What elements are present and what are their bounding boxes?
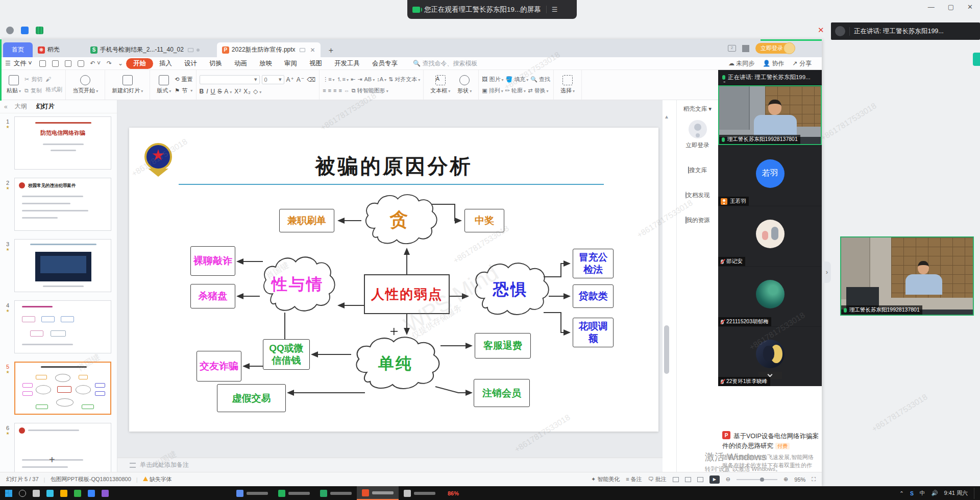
copy-button[interactable]: ⧉ 复制 <box>24 87 42 94</box>
replace-button[interactable]: ⇄ 替换 <box>528 87 548 94</box>
vertical-scrollbar[interactable]: ▲ <box>664 111 670 448</box>
reset-button[interactable]: ⟲ 重置 <box>175 76 192 83</box>
node-refund[interactable]: 客服退费 <box>475 333 531 359</box>
slide-thumbnail-5-current[interactable] <box>14 362 111 415</box>
tab-docer[interactable]: ❋ 稻壳 <box>33 42 65 57</box>
hamburger-icon[interactable]: ☰ <box>5 60 11 67</box>
select-button[interactable]: 选择 <box>557 75 578 94</box>
command-search[interactable]: 🔍 查找命令、搜索模板 <box>413 59 477 68</box>
close-speaking-icon[interactable]: ✕ <box>818 26 824 35</box>
participant-tile[interactable]: 若羽 王若羽 <box>718 146 822 206</box>
outdent-icon[interactable]: ⇤ <box>351 76 355 83</box>
notes-toggle[interactable]: ≡ 备注 <box>626 475 642 483</box>
menu-view[interactable]: 视图 <box>303 59 328 68</box>
menu-design[interactable]: 设计 <box>178 59 203 68</box>
participant-tile-speaker[interactable]: 理工警长苏东阳19928137801 <box>718 85 822 145</box>
normal-view-icon[interactable] <box>673 477 679 482</box>
search-icon[interactable] <box>19 490 26 497</box>
play-from-page-button[interactable]: 当页开始 <box>69 75 102 94</box>
font-size-combo[interactable]: 0▾ <box>262 75 284 84</box>
bullet-list-icon[interactable]: ⋮≡ <box>323 76 334 83</box>
indent-icon[interactable]: ⇥ <box>357 76 362 83</box>
node-huabei[interactable]: 花呗调额 <box>573 318 614 347</box>
docer-library-header[interactable]: 稻壳文库 ▾ <box>677 105 718 113</box>
superscript-button[interactable]: X² <box>234 88 241 95</box>
add-slide-button[interactable]: + <box>49 454 55 466</box>
outline-button[interactable]: ✏ 轮廓 <box>505 87 526 94</box>
node-fake-police[interactable]: 冒充公检法 <box>573 249 614 278</box>
tab-home[interactable]: 首页 <box>3 42 33 57</box>
taskbar-window-meeting[interactable] <box>273 486 315 500</box>
share-button[interactable]: ↗ 分享 <box>793 59 812 68</box>
output-icon[interactable] <box>52 60 59 67</box>
picture-button[interactable]: 🖼 图片 <box>482 76 503 83</box>
reading-view-icon[interactable] <box>697 477 703 482</box>
line-spacing-icon[interactable]: ↕A <box>377 76 386 82</box>
rail-doc-discover[interactable]: 文档发现 <box>677 192 718 199</box>
node-qq-borrow[interactable]: QQ或微信借钱 <box>263 339 310 370</box>
cloud-fear[interactable]: 恐惧 <box>479 276 542 303</box>
tray-expand-icon[interactable]: ⌃ <box>899 490 904 496</box>
node-dating-fraud[interactable]: 交友诈骗 <box>197 351 241 382</box>
close-tab-icon[interactable]: ✕ <box>310 46 315 54</box>
menu-member[interactable]: 会员专享 <box>366 59 404 68</box>
cloud-greed[interactable]: 贪 <box>369 204 430 235</box>
node-loan[interactable]: 贷款类 <box>573 284 614 308</box>
taskbar-window-wps-active[interactable] <box>357 486 399 500</box>
taskbar-window[interactable] <box>315 486 357 500</box>
rail-login-link[interactable]: 立即登录 <box>677 141 718 149</box>
close-button[interactable]: ✕ <box>967 3 973 11</box>
decrease-font-icon[interactable]: A⁻ <box>297 76 305 83</box>
node-fake-trade[interactable]: 虚假交易 <box>217 384 286 412</box>
banner-menu-icon[interactable]: ☰ <box>546 6 558 13</box>
fit-screen-icon[interactable]: ⛶ <box>812 476 816 483</box>
menu-slideshow[interactable]: 放映 <box>253 59 278 68</box>
font-color-button[interactable]: A <box>224 88 232 95</box>
panel-collapse-arrow[interactable]: › <box>823 261 831 283</box>
arrange-button[interactable]: ▣ 排列 <box>482 87 503 94</box>
menu-start[interactable]: 开始 <box>126 58 153 69</box>
tab-slides[interactable]: 幻灯片 <box>36 102 55 111</box>
rail-search-library[interactable]: 搜文库 <box>677 166 718 174</box>
login-button[interactable]: 立即登录 <box>755 43 794 54</box>
zoom-in-icon[interactable]: ⊕ <box>783 476 788 483</box>
undo-icon[interactable]: ↶ ˅ <box>90 60 101 67</box>
slide-thumbnail-2[interactable]: 校园常见的违法犯罪案件 <box>14 178 111 231</box>
menu-insert[interactable]: 插入 <box>153 59 178 68</box>
folder-icon[interactable] <box>60 490 67 497</box>
scroll-up-icon[interactable]: ▲ <box>664 114 669 120</box>
redo-icon[interactable]: ↷ <box>107 60 112 67</box>
bold-button[interactable]: B <box>200 88 205 95</box>
tab-presentation[interactable]: P 2022新生防诈宣传.pptx ✕ <box>217 42 321 57</box>
text-direction-icon[interactable]: AB <box>364 76 375 82</box>
more-icon[interactable]: ⌄ <box>118 60 123 67</box>
menu-review[interactable]: 审阅 <box>278 59 303 68</box>
highlight-button[interactable]: ◇ <box>253 88 262 95</box>
taskview-icon[interactable] <box>33 490 40 497</box>
cloud-naive[interactable]: 单纯 <box>365 350 426 377</box>
missing-font-warning[interactable]: 缺失字体 <box>143 475 172 483</box>
meeting-panel-header[interactable]: 正在讲话: 理工警长苏东阳199... <box>718 70 822 85</box>
underline-button[interactable]: U <box>211 88 216 95</box>
cut-button[interactable]: ✂ 剪切 <box>24 76 42 83</box>
font-name-combo[interactable]: ▾ <box>200 75 260 84</box>
browser-icon[interactable] <box>88 490 95 497</box>
node-brush-order[interactable]: 兼职刷单 <box>279 209 334 232</box>
split-icon[interactable]: 2 <box>728 45 736 52</box>
section-button[interactable]: ⚑ 节 <box>175 87 192 94</box>
editing-canvas[interactable]: 被骗的原因分析 <box>117 100 663 458</box>
info-icon[interactable] <box>6 27 14 34</box>
number-list-icon[interactable]: ⒈≡ <box>337 76 349 83</box>
menu-file[interactable]: 文件 ˅ <box>14 59 32 68</box>
clear-format-icon[interactable]: ⌫ <box>307 76 316 83</box>
new-slide-button[interactable]: 新建幻灯片 <box>108 75 146 94</box>
menu-devtools[interactable]: 开发工具 <box>328 59 366 68</box>
sorter-view-icon[interactable] <box>685 477 691 482</box>
format-painter-button[interactable]: 格式刷 <box>45 86 62 93</box>
node-prize[interactable]: 中奖 <box>464 209 504 232</box>
increase-font-icon[interactable]: A⁺ <box>286 76 295 83</box>
menu-transition[interactable]: 切换 <box>203 59 228 68</box>
slide[interactable]: 被骗的原因分析 <box>129 128 658 432</box>
zoom-slider[interactable] <box>737 479 777 480</box>
side-widget[interactable] <box>973 53 980 66</box>
